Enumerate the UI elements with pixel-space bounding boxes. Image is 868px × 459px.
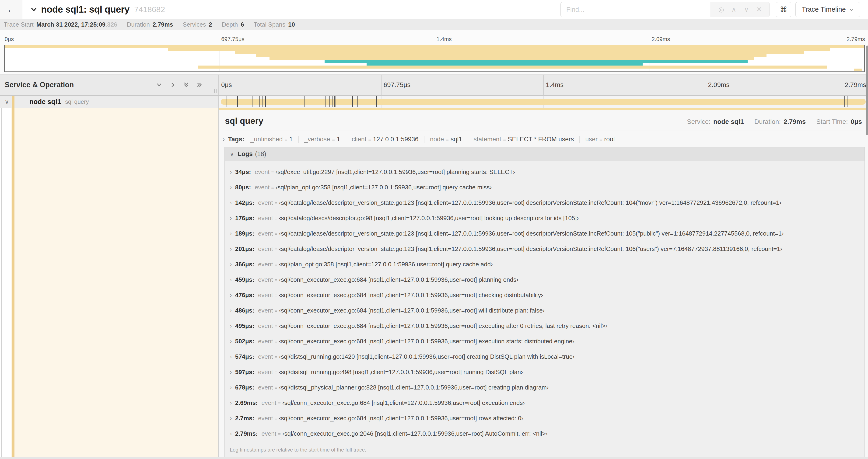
log-entry-row[interactable]: › 459μs: event = ‹sql/conn_executor_exec… bbox=[230, 276, 860, 283]
log-caret-icon[interactable]: › bbox=[230, 384, 232, 391]
expand-all-icon[interactable] bbox=[196, 81, 203, 88]
tag-value: root bbox=[604, 136, 615, 143]
log-marker-tick[interactable] bbox=[259, 96, 260, 107]
log-caret-icon[interactable]: › bbox=[230, 400, 232, 406]
log-marker-tick[interactable] bbox=[226, 96, 227, 107]
minimap-tick-label: 2.09ms bbox=[650, 36, 670, 42]
log-entry-row[interactable]: › 142μs: event = ‹sql/catalog/lease/desc… bbox=[230, 200, 860, 206]
logs-title: Logs bbox=[238, 151, 253, 158]
trace-stat: Total Spans 10 bbox=[249, 21, 295, 28]
clear-find-icon[interactable]: ✕ bbox=[753, 6, 765, 13]
log-caret-icon[interactable]: › bbox=[230, 415, 232, 421]
stat-label: Duration bbox=[127, 21, 150, 28]
keyboard-shortcuts-button[interactable]: ⌘ bbox=[776, 2, 791, 17]
log-entry-row[interactable]: › 597μs: event = ‹sql/distsql_running.go… bbox=[230, 369, 860, 376]
span-row-name-cell[interactable]: ∨ node sql1 sql query bbox=[0, 96, 219, 108]
log-field-key: event bbox=[261, 400, 277, 406]
log-entry-row[interactable]: › 176μs: event = ‹sql/catalog/descs/desc… bbox=[230, 215, 860, 222]
log-marker-tick[interactable] bbox=[334, 96, 335, 107]
tag-value: 1 bbox=[337, 136, 340, 143]
log-caret-icon[interactable]: › bbox=[230, 354, 232, 360]
tags-row[interactable]: › Tags: _unfinished = 1 _verbose = 1 cli… bbox=[219, 131, 868, 147]
log-marker-tick[interactable] bbox=[358, 96, 358, 107]
prev-match-icon[interactable]: ∧ bbox=[727, 6, 740, 13]
log-caret-icon[interactable]: › bbox=[230, 338, 232, 345]
stat-value: 6 bbox=[241, 21, 244, 28]
duration-label: Duration: bbox=[754, 118, 781, 126]
tag-equals: = bbox=[503, 137, 506, 142]
log-caret-icon[interactable]: › bbox=[230, 292, 232, 298]
focus-match-icon[interactable]: ◎ bbox=[715, 6, 727, 13]
log-caret-icon[interactable]: › bbox=[230, 246, 232, 252]
log-caret-icon[interactable]: › bbox=[230, 307, 232, 314]
log-entry-row[interactable]: › 2.69ms: event = ‹sql/conn_executor_exe… bbox=[230, 400, 860, 406]
log-marker-tick[interactable] bbox=[326, 96, 326, 107]
tags-caret-icon[interactable]: › bbox=[223, 135, 225, 143]
log-entry-row[interactable]: › 678μs: event = ‹sql/distsql_physical_p… bbox=[230, 384, 860, 391]
log-field-key: event bbox=[258, 261, 273, 267]
span-duration-bar[interactable] bbox=[221, 99, 866, 105]
minimap-span-bar bbox=[5, 45, 865, 48]
minimap-span-bar bbox=[324, 60, 748, 63]
detail-operation-name: sql query bbox=[225, 116, 264, 126]
log-field-key: event bbox=[258, 307, 273, 314]
log-caret-icon[interactable]: › bbox=[230, 261, 232, 267]
log-field-value: ‹sql/plan_opt.go:358 [nsql1,client=127.0… bbox=[276, 184, 492, 191]
log-caret-icon[interactable]: › bbox=[230, 276, 232, 283]
expand-one-icon[interactable] bbox=[169, 81, 176, 88]
log-entry-row[interactable]: › 2.79ms: event = ‹sql/conn_executor_exe… bbox=[230, 431, 860, 437]
log-entry-row[interactable]: › 2.7ms: event = ‹sql/conn_executor_exec… bbox=[230, 415, 860, 422]
log-entry-row[interactable]: › 34μs: event = ‹sql/exec_util.go:2297 [… bbox=[230, 169, 860, 176]
logs-caret-icon[interactable]: ∨ bbox=[230, 151, 234, 157]
collapse-all-icon[interactable] bbox=[183, 81, 189, 88]
log-marker-tick[interactable] bbox=[252, 96, 252, 107]
log-timestamp: 189μs: bbox=[235, 230, 254, 237]
log-entry-row[interactable]: › 201μs: event = ‹sql/catalog/lease/desc… bbox=[230, 246, 860, 253]
log-caret-icon[interactable]: › bbox=[230, 431, 232, 437]
log-entry-row[interactable]: › 486μs: event = ‹sql/conn_executor_exec… bbox=[230, 307, 860, 314]
span-collapse-caret-icon[interactable]: ∨ bbox=[5, 98, 12, 105]
log-entry-row[interactable]: › 502μs: event = ‹sql/conn_executor_exec… bbox=[230, 338, 860, 345]
vertical-scrollbar-thumb[interactable] bbox=[866, 45, 868, 135]
log-marker-tick[interactable] bbox=[352, 96, 353, 107]
logs-header[interactable]: ∨ Logs (18) bbox=[225, 147, 865, 161]
log-marker-tick[interactable] bbox=[336, 96, 336, 107]
log-marker-tick[interactable] bbox=[844, 96, 845, 107]
log-marker-tick[interactable] bbox=[237, 96, 238, 107]
minimap-left-scrubber[interactable] bbox=[4, 45, 5, 72]
log-caret-icon[interactable]: › bbox=[230, 200, 232, 206]
log-marker-tick[interactable] bbox=[847, 96, 847, 107]
span-row-track[interactable] bbox=[219, 96, 868, 108]
minimap-canvas[interactable] bbox=[4, 45, 865, 72]
view-selector-button[interactable]: Trace Timeline bbox=[796, 2, 860, 17]
collapse-one-icon[interactable] bbox=[156, 81, 162, 88]
log-marker-tick[interactable] bbox=[376, 96, 377, 107]
log-entry-row[interactable]: › 476μs: event = ‹sql/conn_executor_exec… bbox=[230, 292, 860, 299]
back-button[interactable]: ← bbox=[0, 0, 22, 19]
log-caret-icon[interactable]: › bbox=[230, 323, 232, 329]
log-caret-icon[interactable]: › bbox=[230, 169, 232, 175]
find-input[interactable] bbox=[561, 2, 711, 17]
log-caret-icon[interactable]: › bbox=[230, 230, 232, 237]
column-resizer-grip[interactable] bbox=[214, 89, 217, 93]
log-marker-tick[interactable] bbox=[265, 96, 266, 107]
log-caret-icon[interactable]: › bbox=[230, 215, 232, 221]
log-entry-row[interactable]: › 366μs: event = ‹sql/plan_opt.go:358 [n… bbox=[230, 261, 860, 268]
minimap-right-scrubber[interactable] bbox=[864, 45, 865, 72]
log-entry-row[interactable]: › 574μs: event = ‹sql/distsql_running.go… bbox=[230, 354, 860, 360]
logs-list: › 34μs: event = ‹sql/exec_util.go:2297 [… bbox=[225, 161, 865, 437]
tag-key: statement bbox=[474, 136, 501, 143]
log-entry-row[interactable]: › 495μs: event = ‹sql/conn_executor_exec… bbox=[230, 323, 860, 330]
log-timestamp: 2.69ms: bbox=[235, 400, 258, 406]
log-marker-tick[interactable] bbox=[262, 96, 263, 107]
log-marker-tick[interactable] bbox=[332, 96, 333, 107]
log-caret-icon[interactable]: › bbox=[230, 369, 232, 375]
chevron-down-icon[interactable] bbox=[30, 6, 37, 13]
next-match-icon[interactable]: ∨ bbox=[740, 6, 753, 13]
log-marker-tick[interactable] bbox=[304, 96, 305, 107]
log-caret-icon[interactable]: › bbox=[230, 184, 232, 191]
log-entry-row[interactable]: › 189μs: event = ‹sql/catalog/lease/desc… bbox=[230, 230, 860, 237]
tag-equals: = bbox=[446, 137, 449, 142]
log-entry-row[interactable]: › 80μs: event = ‹sql/plan_opt.go:358 [ns… bbox=[230, 184, 860, 191]
log-marker-tick[interactable] bbox=[330, 96, 330, 107]
